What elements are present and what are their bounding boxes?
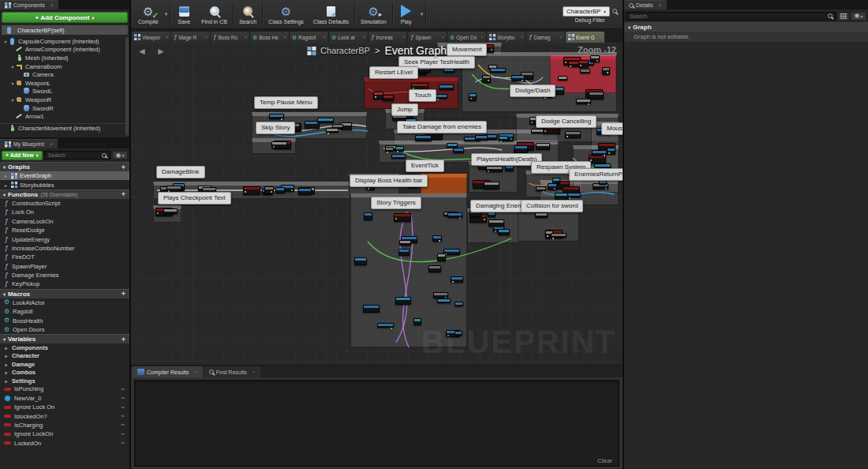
function-item[interactable]: ƒLock On — [0, 208, 129, 216]
component-tree-item[interactable]: CharacterMovement (Inherited) — [0, 123, 129, 132]
graph-node[interactable] — [453, 148, 464, 153]
comment-label[interactable]: Touch — [409, 89, 436, 102]
graph-node[interactable] — [271, 141, 287, 148]
graph-node[interactable] — [498, 229, 510, 235]
graph-node[interactable] — [383, 95, 394, 101]
macro-item[interactable]: ⚙BossHealth — [0, 316, 129, 325]
expander-icon[interactable]: ▸ — [3, 370, 9, 375]
breadcrumb-current[interactable]: Event Graph — [384, 44, 447, 57]
comment-label[interactable]: Dodge Cancelling — [536, 115, 597, 128]
graph-node[interactable] — [433, 292, 448, 298]
doc-tab-damag[interactable]: ƒDamag× — [526, 32, 565, 43]
compiler-results-content[interactable]: Clear — [134, 380, 619, 467]
nav-back-icon[interactable]: ◄ — [137, 46, 147, 57]
doc-tab-look-at[interactable]: ⚙Look at× — [329, 32, 368, 43]
close-icon[interactable]: × — [520, 35, 523, 39]
graph-node[interactable] — [399, 240, 411, 246]
variable-item[interactable]: IsPunching~ — [0, 385, 129, 393]
add-component-button[interactable]: + Add Component ▾ — [2, 12, 128, 23]
graph-node[interactable] — [558, 76, 567, 81]
function-item[interactable]: ƒSpawnPlayer — [0, 262, 129, 271]
comment-label[interactable]: Story Triggers — [371, 197, 421, 209]
details-search-input[interactable] — [626, 12, 836, 21]
expander-icon[interactable]: ▸ — [3, 378, 9, 384]
graph-node[interactable] — [455, 331, 462, 336]
variable-category[interactable]: ▸Settings — [0, 377, 129, 385]
close-icon[interactable]: × — [362, 35, 365, 39]
graph-node[interactable] — [432, 235, 442, 242]
closed-eye-icon[interactable]: ~ — [121, 430, 129, 438]
graph-node[interactable] — [395, 297, 411, 305]
component-tree-item[interactable]: Mesh (Inherited) — [0, 54, 129, 62]
doc-tab-storybu[interactable]: Storybu× — [487, 32, 526, 43]
comment-label[interactable]: Collision for sword — [521, 200, 583, 212]
close-icon[interactable]: × — [165, 35, 168, 39]
variable-item[interactable]: Ignore LockOn~ — [0, 430, 129, 438]
variable-item[interactable]: IsCharging~ — [0, 421, 129, 430]
graph-canvas[interactable]: BLUEPRINT MovementSeek Player TestHealth… — [131, 43, 623, 365]
search-icon[interactable] — [612, 9, 617, 13]
component-tree-item[interactable]: Camera — [0, 70, 129, 79]
graph-node[interactable] — [264, 186, 274, 194]
closed-eye-icon[interactable]: ~ — [121, 421, 129, 429]
comment-label[interactable]: DamageBlink — [156, 166, 205, 178]
function-item[interactable]: ƒFireDOT — [0, 253, 129, 261]
variable-category[interactable]: ▸Character — [0, 352, 129, 360]
comment-label[interactable]: Skip Story — [256, 122, 295, 134]
chevron-down-icon[interactable]: ▾ — [163, 11, 170, 17]
component-tree-item[interactable]: ▾WeaponL — [0, 79, 129, 88]
graph-node[interactable] — [398, 249, 410, 256]
graph-item-storybubbles[interactable]: ▸Storybubbles — [0, 180, 129, 189]
doc-tab-ragdoll[interactable]: ⚙Ragdoll× — [290, 32, 328, 43]
close-icon[interactable]: × — [244, 35, 247, 39]
close-icon[interactable]: × — [481, 35, 484, 39]
doc-tab-spawn[interactable]: ƒSpawn× — [408, 32, 447, 43]
graph-node[interactable] — [377, 323, 394, 328]
comment-label[interactable]: Display Boss Health bar — [350, 174, 428, 187]
function-item[interactable]: ƒResetDodge — [0, 226, 129, 234]
chevron-down-icon[interactable]: ▾ — [419, 11, 425, 17]
variable-item[interactable]: Ignore Lock On~ — [0, 403, 129, 411]
closed-eye-icon[interactable]: ~ — [121, 412, 129, 420]
toolbar-button-class-defaults[interactable]: Class Defaults — [309, 0, 354, 28]
graph-node[interactable] — [551, 233, 567, 238]
clear-button[interactable]: Clear — [597, 457, 612, 464]
comment-label[interactable]: Movement — [447, 43, 487, 56]
add-icon[interactable]: + — [122, 290, 129, 298]
expander-icon[interactable]: ▾ — [2, 39, 9, 44]
functions-section-header[interactable]: ▾Functions(28 Overridable)+ — [0, 189, 129, 199]
comment-label[interactable]: Plays Checkpoint Text — [158, 192, 231, 204]
graph-node[interactable] — [394, 213, 411, 222]
close-icon[interactable]: × — [253, 370, 256, 374]
graph-node[interactable] — [592, 150, 607, 156]
expander-icon[interactable]: ▸ — [3, 353, 9, 358]
macro-item[interactable]: ⚙LookAtActor — [0, 298, 129, 307]
expander-icon[interactable]: ▸ — [3, 362, 9, 367]
comment-label[interactable]: Take Damage from enemies — [397, 121, 487, 133]
doc-tab-boss-ro[interactable]: ƒBoss Ro× — [211, 32, 249, 43]
expander-icon[interactable]: ▸ — [3, 182, 9, 188]
variable-category[interactable]: ▸Components — [0, 343, 129, 351]
component-self-row[interactable]: CharacterBP(self) — [2, 25, 128, 35]
component-tree-item[interactable]: ▾CameraBoom — [0, 62, 129, 71]
doc-tab-viewpor[interactable]: Viewpor× — [132, 32, 170, 43]
comment-label[interactable]: EventTick — [406, 159, 444, 172]
property-matrix-button[interactable] — [838, 12, 849, 21]
graph-node[interactable] — [298, 188, 312, 195]
graph-node[interactable] — [437, 253, 446, 261]
doc-tab-open-do[interactable]: ⚙Open Do× — [447, 32, 486, 43]
toolbar-button-find-in-cb[interactable]: Find in CB — [196, 0, 232, 28]
graph-node[interactable] — [488, 219, 504, 227]
components-scrollbar[interactable] — [125, 37, 129, 136]
graph-node[interactable] — [511, 75, 525, 81]
function-item[interactable]: ƒDamage Enemies — [0, 271, 129, 280]
function-item[interactable]: ƒUpdateEnergy — [0, 234, 129, 243]
graph-node[interactable] — [490, 68, 506, 73]
comment-label[interactable]: Jump — [391, 103, 418, 116]
expander-icon[interactable]: ▸ — [3, 345, 9, 351]
comment-label[interactable]: Restart LEvel — [369, 66, 418, 79]
toolbar-button-simulation[interactable]: Simulation — [356, 0, 391, 28]
toolbar-button-search[interactable]: Search — [234, 0, 261, 28]
graph-node[interactable] — [565, 131, 581, 138]
graph-node[interactable] — [428, 265, 441, 272]
